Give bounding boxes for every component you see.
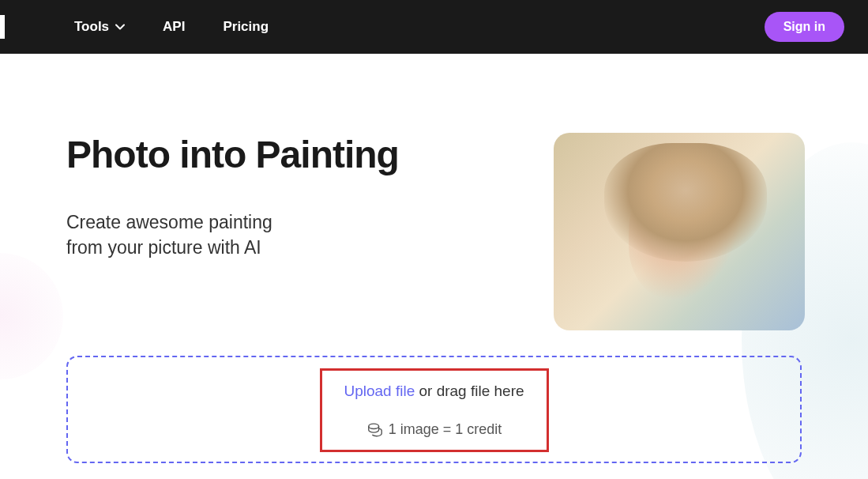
subtitle: Create awesome painting from your pictur… — [66, 209, 506, 260]
subtitle-line1: Create awesome painting — [66, 212, 272, 232]
text-section: Photo into Painting Create awesome paint… — [66, 133, 506, 330]
upload-file-link[interactable]: Upload file — [344, 383, 415, 399]
nav-api-label: API — [163, 19, 185, 35]
nav-tools[interactable]: Tools — [74, 19, 125, 35]
hero-image — [554, 133, 805, 330]
chevron-down-icon — [115, 22, 125, 32]
nav-left: Tools API Pricing — [0, 15, 269, 39]
navbar: Tools API Pricing Sign in — [0, 0, 868, 54]
credit-info: 1 image = 1 credit — [84, 421, 784, 438]
page-title: Photo into Painting — [66, 133, 506, 176]
upload-drag-text: or drag file here — [415, 383, 524, 399]
nav-pricing-label: Pricing — [223, 19, 269, 35]
credit-text: 1 image = 1 credit — [389, 421, 502, 438]
nav-pricing[interactable]: Pricing — [223, 19, 269, 35]
highlight-box — [320, 368, 549, 452]
main-content: Photo into Painting Create awesome paint… — [0, 54, 868, 330]
subtitle-line2: from your picture with AI — [66, 237, 261, 258]
sign-in-button[interactable]: Sign in — [765, 12, 844, 42]
logo-edge — [0, 15, 5, 39]
coins-icon — [366, 421, 384, 438]
nav-items: Tools API Pricing — [74, 19, 269, 35]
nav-tools-label: Tools — [74, 19, 109, 35]
upload-zone[interactable]: Upload file or drag file here 1 image = … — [66, 356, 802, 463]
upload-text: Upload file or drag file here — [84, 383, 784, 400]
svg-point-0 — [368, 424, 378, 428]
nav-api[interactable]: API — [163, 19, 185, 35]
